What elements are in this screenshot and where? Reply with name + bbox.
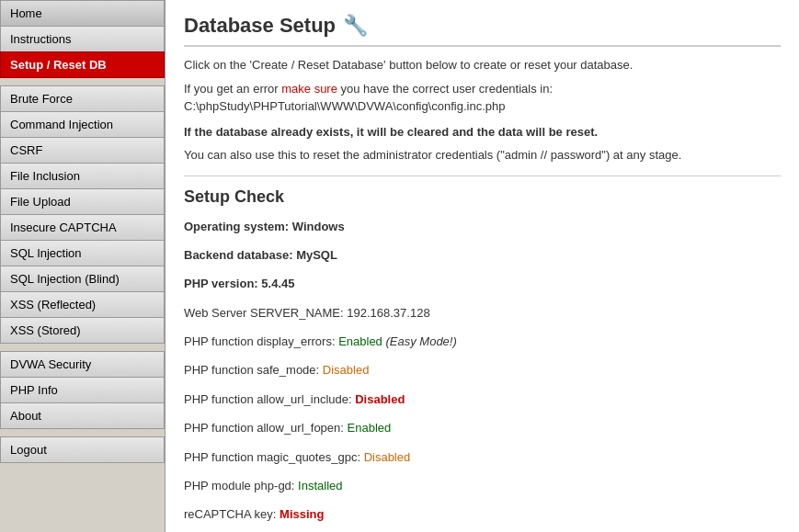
page-title: Database Setup 🔧	[184, 14, 781, 47]
sidebar-item-instructions[interactable]: Instructions	[0, 26, 165, 51]
intro-line-1: Click on the 'Create / Reset Database' b…	[184, 56, 781, 74]
recaptcha-label: reCAPTCHA key:	[184, 507, 276, 521]
sidebar: Home Instructions Setup / Reset DB Brute…	[0, 0, 166, 532]
php-fopen-label: PHP function allow_url_fopen:	[184, 421, 344, 435]
sidebar-item-home[interactable]: Home	[0, 0, 165, 26]
php-safe-mode: PHP function safe_mode: Disabled	[184, 359, 781, 380]
sidebar-item-sql-injection-blind[interactable]: SQL Injection (Blind)	[0, 266, 165, 291]
sidebar-item-php-info[interactable]: PHP Info	[0, 377, 165, 402]
os-value: Windows	[292, 220, 345, 233]
sidebar-item-setup-reset-db[interactable]: Setup / Reset DB	[0, 51, 165, 78]
sidebar-item-sql-injection[interactable]: SQL Injection	[0, 240, 165, 266]
php-safe-value: Disabled	[323, 363, 370, 377]
intro-line-2-prefix: If you get an error	[184, 82, 281, 96]
php-allow-url-fopen: PHP function allow_url_fopen: Enabled	[184, 417, 781, 438]
sidebar-item-xss-reflected[interactable]: XSS (Reflected)	[0, 291, 165, 317]
page-title-text: Database Setup	[184, 14, 336, 38]
setup-db-row: Backend database: MySQL	[184, 244, 781, 266]
recaptcha-row: reCAPTCHA key: Missing	[184, 504, 781, 525]
sidebar-item-xss-stored[interactable]: XSS (Stored)	[0, 317, 165, 344]
php-label: PHP version:	[184, 277, 258, 290]
php-display-value: Enabled	[338, 334, 382, 348]
sidebar-item-csrf[interactable]: CSRF	[0, 137, 165, 163]
setup-php-row: PHP version: 5.4.45	[184, 273, 781, 294]
sidebar-item-dvwa-security[interactable]: DVWA Security	[0, 351, 165, 377]
php-value: 5.4.45	[261, 277, 294, 290]
intro-line-2: If you get an error make sure you have t…	[184, 80, 781, 116]
server-name-label: Web Server SERVER_NAME:	[184, 306, 344, 320]
php-fopen-value: Enabled	[348, 421, 392, 435]
php-allow-url-value: Disabled	[355, 392, 405, 406]
recaptcha-value: Missing	[280, 507, 324, 521]
sidebar-item-file-upload[interactable]: File Upload	[0, 188, 165, 214]
sidebar-divider-2	[0, 344, 165, 351]
setup-os-row: Operating system: Windows	[184, 216, 781, 237]
main-content: Database Setup 🔧 Click on the 'Create / …	[166, 0, 799, 532]
php-display-errors: PHP function display_errors: Enabled (Ea…	[184, 331, 781, 352]
sidebar-item-command-injection[interactable]: Command Injection	[0, 111, 165, 137]
intro-error-word: make sure	[281, 82, 337, 96]
php-display-label: PHP function display_errors:	[184, 334, 336, 348]
php-magic-quotes: PHP function magic_quotes_gpc: Disabled	[184, 447, 781, 468]
sidebar-item-logout[interactable]: Logout	[0, 436, 165, 463]
php-gd-value: Installed	[298, 479, 342, 492]
sidebar-item-file-inclusion[interactable]: File Inclusion	[0, 163, 165, 188]
sidebar-divider-1	[0, 78, 165, 85]
php-safe-label: PHP function safe_mode:	[184, 363, 319, 377]
php-gd-label: PHP module php-gd:	[184, 479, 294, 492]
setup-check-title: Setup Check	[184, 187, 781, 207]
sidebar-divider-3	[0, 429, 165, 436]
php-gd-module: PHP module php-gd: Installed	[184, 475, 781, 496]
os-label: Operating system:	[184, 220, 289, 233]
sidebar-item-brute-force[interactable]: Brute Force	[0, 85, 165, 111]
php-magic-label: PHP function magic_quotes_gpc:	[184, 450, 360, 464]
intro-bold-text: If the database already exists, it will …	[184, 125, 598, 139]
sidebar-item-insecure-captcha[interactable]: Insecure CAPTCHA	[0, 214, 165, 240]
server-name-value: 192.168.37.128	[347, 306, 429, 320]
wrench-icon: 🔧	[343, 14, 368, 38]
php-allow-url-include: PHP function allow_url_include: Disabled	[184, 389, 781, 410]
intro-line-4: You can also use this to reset the admin…	[184, 146, 781, 164]
section-divider	[184, 175, 781, 176]
php-magic-value: Disabled	[364, 450, 411, 464]
php-display-extra: (Easy Mode!)	[385, 334, 456, 348]
server-name-row: Web Server SERVER_NAME: 192.168.37.128	[184, 302, 781, 323]
db-label: Backend database:	[184, 248, 293, 262]
sidebar-item-about[interactable]: About	[0, 402, 165, 429]
php-allow-url-label: PHP function allow_url_include:	[184, 392, 352, 406]
db-value: MySQL	[296, 248, 337, 262]
intro-line-3: If the database already exists, it will …	[184, 123, 781, 141]
